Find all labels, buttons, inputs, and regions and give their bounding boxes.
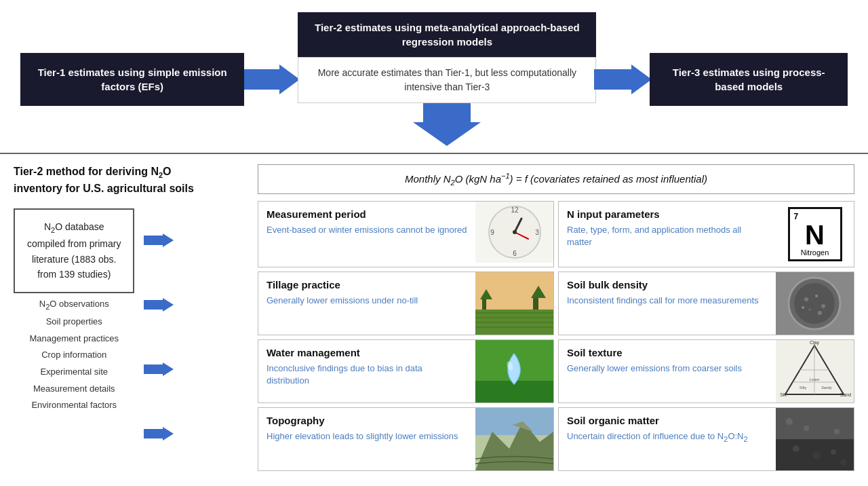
card-measurement-title: Measurement period [267,208,467,220]
cards-grid: Measurement period Event-based or winter… [258,201,854,475]
svg-point-26 [818,311,822,315]
svg-point-23 [815,295,818,297]
r-shaft [144,236,163,245]
svg-point-56 [840,459,847,466]
card-soil-texture-desc: Generally lower emissions from coarser s… [567,362,768,375]
card-n-input: N input parameters Rate, type, form, and… [558,201,854,267]
card-tillage: Tillage practice Generally lower emissio… [258,272,554,335]
card-bulk-density-image [776,272,854,335]
cards-row-3: Water management Inconclusive findings d… [258,339,854,403]
tier3-box: Tier-3 estimates using process-based mod… [650,53,848,106]
svg-point-49 [786,418,793,425]
cards-row-2: Tillage practice Generally lower emissio… [258,272,854,335]
card-tillage-image [475,272,553,335]
left-panel: Tier-2 method for deriving N2Oinventory … [14,164,244,475]
db-list-item: Experimental site [14,364,134,381]
svg-text:9: 9 [490,229,494,236]
card-n-input-text: N input parameters Rate, type, form, and… [559,202,776,267]
arrow-shaft2 [594,69,631,90]
texture-triangle-svg: Clay Sand Silt Loam Sandy Silty [776,340,854,403]
card-soil-organic-image [776,408,854,470]
arrow-head1 [279,64,300,94]
card-topography-text: Topography Higher elevation leads to sli… [258,408,475,470]
card-bulk-density-desc: Inconsistent findings call for more meas… [567,295,768,307]
card-measurement-text: Measurement period Event-based or winter… [258,202,475,267]
svg-text:3: 3 [535,229,539,236]
svg-point-55 [831,449,836,455]
nitrogen-number: 7 [794,212,799,221]
database-list: N2O observations Soil properties Managem… [14,293,134,415]
tier2-title-box: Tier-2 estimates using meta-analytical a… [298,12,596,57]
clock-svg: 12 3 6 9 [484,202,545,263]
svg-point-25 [808,308,811,311]
card-soil-organic-text: Soil organic matter Uncertain direction … [559,408,776,470]
svg-rect-15 [482,299,486,310]
arrow-head2 [631,64,652,94]
svg-text:Silt: Silt [780,392,787,397]
row-arrow-4 [144,427,174,441]
card-bulk-density-text: Soil bulk density Inconsistent findings … [559,272,776,335]
row-arrow-3 [144,362,174,376]
card-soil-texture-title: Soil texture [567,347,768,358]
card-soil-texture: Soil texture Generally lower emissions f… [558,339,854,403]
card-topography-desc: Higher elevation leads to slightly lower… [267,430,467,443]
svg-point-21 [794,283,835,324]
svg-point-53 [793,445,800,452]
card-topography-image [475,408,553,470]
svg-text:Sandy: Sandy [821,386,832,390]
card-water-desc: Inconclusive findings due to bias in dat… [267,362,467,387]
organic-svg [776,408,854,470]
card-soil-texture-image: Clay Sand Silt Loam Sandy Silty [776,340,854,403]
water-svg [475,340,553,403]
down-arrow-shaft [423,103,471,122]
svg-point-50 [804,426,809,431]
card-n-input-image: 7 N Nitrogen [776,202,854,267]
card-n-input-title: N input parameters [567,208,768,220]
r-head [163,298,174,312]
card-soil-texture-text: Soil texture Generally lower emissions f… [559,340,776,403]
svg-rect-16 [533,298,538,310]
tier2-title: Tier-2 estimates using meta-analytical a… [315,22,580,48]
nitrogen-element: 7 N Nitrogen [788,207,842,261]
db-list-item: Management practices [14,331,134,348]
card-water: Water management Inconclusive findings d… [258,339,554,403]
svg-text:Sand: Sand [840,392,851,397]
r-head [163,362,174,376]
formula-text: Monthly N2O (kgN ha−1) = f (covariates r… [405,173,707,185]
svg-text:6: 6 [513,250,517,257]
formula-box: Monthly N2O (kgN ha−1) = f (covariates r… [258,164,854,194]
r-head [163,427,174,441]
tier1-label: Tier-1 estimates using simple emission f… [38,67,227,92]
bottom-left-title: Tier-2 method for deriving N2Oinventory … [14,164,244,200]
card-soil-organic: Soil organic matter Uncertain direction … [558,407,854,471]
db-list-item: Soil properties [14,314,134,331]
card-water-title: Water management [267,347,467,358]
card-measurement-image: 12 3 6 9 [475,202,553,263]
svg-text:12: 12 [511,206,519,214]
bottom-section: Tier-2 method for deriving N2Oinventory … [0,153,868,482]
svg-text:Loam: Loam [809,377,819,381]
card-bulk-density: Soil bulk density Inconsistent findings … [558,272,854,335]
database-box: N2O databasecompiled from primaryliterat… [14,208,134,293]
arrow1 [242,64,300,94]
tier1-box: Tier-1 estimates using simple emission f… [20,53,244,106]
row-arrow-2 [144,298,174,312]
field-svg [475,272,553,335]
db-list-item: Measurement details [14,381,134,398]
card-tillage-text: Tillage practice Generally lower emissio… [258,272,475,335]
r-head [163,233,174,247]
svg-rect-43 [475,408,553,435]
svg-text:Clay: Clay [810,340,820,345]
svg-point-51 [819,414,827,422]
card-topography: Topography Higher elevation leads to sli… [258,407,554,471]
row-arrow-1 [144,233,174,247]
card-water-text: Water management Inconclusive findings d… [258,340,475,403]
db-and-list: N2O databasecompiled from primaryliterat… [14,208,134,414]
topo-svg [475,408,553,470]
card-bulk-density-title: Soil bulk density [567,279,768,291]
arrow2 [594,64,652,94]
cards-row-1: Measurement period Event-based or winter… [258,201,854,267]
card-topography-title: Topography [267,415,467,426]
tier2-desc: More accurate estimates than Tier-1, but… [318,67,576,92]
card-n-input-desc: Rate, type, form, and application method… [567,224,768,248]
